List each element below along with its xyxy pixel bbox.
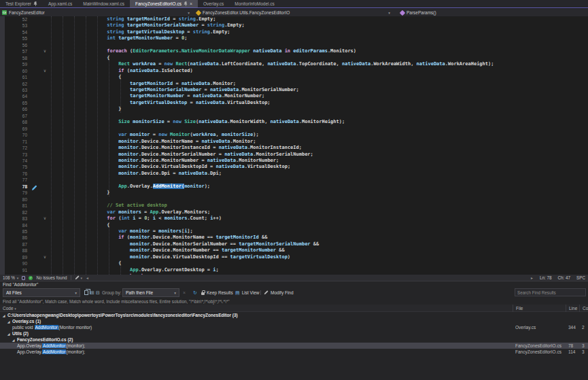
document-health-icon[interactable]: [22, 276, 25, 280]
code-line-52[interactable]: 52 string targetMonitorId = string.Empty…: [0, 16, 588, 22]
result-match-row[interactable]: App.Overlay.AddMonitor(monitor);FancyZon…: [0, 349, 588, 355]
code-line-60[interactable]: 60∨ if (nativeData.IsSelected): [0, 68, 588, 74]
code-line-84[interactable]: 84 {: [0, 222, 588, 228]
fold-margin: [40, 228, 50, 235]
code-line-64[interactable]: 64 targetMonitorNumber = nativeData.Moni…: [0, 93, 588, 99]
code-line-65[interactable]: 65 targetVirtualDesktop = nativeData.Vir…: [0, 100, 588, 106]
search-find-results-input[interactable]: [515, 288, 586, 296]
code-cleanup-button[interactable]: ▾: [75, 275, 83, 280]
code-line-86[interactable]: 86 if (monitor.Device.MonitorName == tar…: [0, 235, 588, 241]
code-line-73[interactable]: 73 monitor.Device.MonitorSerialNumber = …: [0, 152, 588, 158]
code-line-72[interactable]: 72 monitor.Device.MonitorInstanceId = na…: [0, 145, 588, 151]
result-match-row[interactable]: public void AddMonitor(Monitor monitor)O…: [0, 324, 588, 330]
icon-margin: [29, 203, 40, 209]
fold-collapse-icon[interactable]: ∨: [40, 254, 50, 260]
expander-icon[interactable]: ◢: [3, 313, 7, 318]
pin-icon[interactable]: [33, 1, 37, 6]
tab-test-explorer[interactable]: Test Explorer: [0, 0, 43, 7]
tab-monitorinfomodel-cs[interactable]: MonitorInfoModel.cs: [229, 0, 280, 7]
type-dropdown[interactable]: FancyZonesEditor.Utils.FancyZonesEditorI…: [193, 9, 393, 16]
member-dropdown[interactable]: ParseParams(): [394, 9, 588, 16]
zoom-selector[interactable]: 108 % ▾: [3, 275, 18, 280]
code-line-89[interactable]: 89∨ monitor.Device.VirtualDesktopId == t…: [0, 254, 588, 260]
expander-icon[interactable]: ◢: [7, 331, 12, 336]
fold-collapse-icon[interactable]: ∨: [40, 68, 50, 74]
expander-icon[interactable]: ◢: [12, 337, 17, 343]
result-group-row[interactable]: ◢Utils (2): [0, 330, 588, 336]
code-line-79[interactable]: 79 }: [0, 190, 588, 196]
code-line-67[interactable]: 67: [0, 113, 588, 119]
modify-find-button[interactable]: Modify Find: [264, 288, 294, 297]
project-dropdown[interactable]: C# FancyZonesEditor ▾: [0, 9, 192, 16]
group-by-dropdown[interactable]: Path then File ▾: [122, 288, 179, 297]
expander-icon[interactable]: ◢: [7, 319, 12, 324]
code-line-80[interactable]: 80: [0, 196, 588, 203]
result-group-row[interactable]: ◢C:\Users\zhaopengwang\Desktop\powertoys…: [0, 312, 588, 318]
tab-label: App.xaml.cs: [48, 1, 72, 6]
edit-pencil-icon[interactable]: [29, 184, 40, 190]
code-line-66[interactable]: 66 }: [0, 106, 588, 112]
code-line-85[interactable]: 85 var monitor = monitors[i];: [0, 228, 588, 235]
result-group-row[interactable]: ◢Overlay.cs (1): [0, 318, 588, 324]
tab-fancyzoneseditorio-cs[interactable]: FancyZonesEditorIO.cs×: [130, 0, 198, 7]
code-line-77[interactable]: 77: [0, 177, 588, 183]
code-line-87[interactable]: 87 monitor.Device.MonitorSerialNumber ==…: [0, 241, 588, 247]
icon-margin: [29, 222, 40, 228]
copy-results-button[interactable]: [84, 288, 90, 297]
code-line-62[interactable]: 62 targetMonitorId = nativeData.Monitor;: [0, 81, 588, 87]
column-header-file[interactable]: File: [513, 305, 566, 312]
code-line-63[interactable]: 63 targetMonitorSerialNumber = nativeDat…: [0, 87, 588, 93]
code-line-69[interactable]: 69: [0, 126, 588, 132]
code-line-68[interactable]: 68 Size monitorSize = new Size(nativeDat…: [0, 119, 588, 125]
code-line-53[interactable]: 53 string targetMonitorSerialNumber = st…: [0, 22, 588, 29]
result-match-row[interactable]: App.Overlay.AddMonitor(monitor);FancyZon…: [0, 343, 588, 349]
column-header-code[interactable]: Code ▾: [0, 305, 20, 312]
code-line-59[interactable]: 59 Rect workArea = new Rect(nativeData.L…: [0, 61, 588, 67]
code-line-82[interactable]: 82 var monitors = App.Overlay.Monitors;: [0, 209, 588, 215]
stop-search-button[interactable]: ×: [183, 288, 186, 297]
code-line-75[interactable]: 75 monitor.Device.VirtualDesktopId = nat…: [0, 164, 588, 170]
code-line-78[interactable]: 78 App.Overlay.AddMonitor(monitor);: [0, 184, 588, 190]
scope-value: All Files: [6, 290, 22, 295]
code-line-71[interactable]: 71 monitor.Device.MonitorName = nativeDa…: [0, 139, 588, 145]
scroll-right-arrow[interactable]: ►: [530, 276, 534, 280]
code-line-74[interactable]: 74 monitor.Device.MonitorNumber = native…: [0, 158, 588, 164]
list-view-toggle[interactable]: ▤ List View: [235, 288, 260, 297]
scroll-left-arrow[interactable]: ◄: [86, 276, 89, 280]
code-line-61[interactable]: 61 {: [0, 74, 588, 80]
code-editor[interactable]: 52 string targetMonitorId = string.Empty…: [0, 16, 588, 275]
code-line-76[interactable]: 76 monitor.Device.Dpi = nativeData.Dpi;: [0, 171, 588, 177]
tab-app-xaml-cs[interactable]: App.xaml.cs: [43, 0, 77, 7]
code-line-83[interactable]: 83∨ for (int i = 0; i < monitors.Count; …: [0, 215, 588, 222]
code-line-90[interactable]: 90 {: [0, 260, 588, 266]
collapse-all-button[interactable]: ⊟: [96, 288, 100, 297]
code-line-58[interactable]: 58 {: [0, 55, 588, 61]
fold-collapse-icon[interactable]: ∨: [40, 48, 50, 54]
tab-mainwindow-xaml-cs[interactable]: MainWindow.xaml.cs: [77, 0, 130, 7]
fold-margin: [40, 267, 50, 273]
pin-icon[interactable]: [184, 1, 188, 6]
tab-overlay-cs[interactable]: Overlay.cs: [198, 0, 229, 7]
fold-collapse-icon[interactable]: ∨: [40, 215, 50, 222]
code-text: string targetMonitorSerialNumber = strin…: [50, 22, 245, 29]
column-header-line[interactable]: Line: [566, 305, 579, 312]
column-header-column[interactable]: Column: [579, 305, 588, 312]
repeat-search-button[interactable]: ↻: [193, 288, 197, 297]
code-text: int targetMonitorNumber = 0;: [50, 35, 187, 41]
code-line-55[interactable]: 55 int targetMonitorNumber = 0;: [0, 35, 588, 41]
expand-all-button[interactable]: ⊞: [90, 288, 94, 297]
code-line-81[interactable]: 81 // Set active desktop: [0, 203, 588, 209]
scope-dropdown[interactable]: All Files ▾: [3, 288, 80, 297]
code-line-88[interactable]: 88 monitor.Device.MonitorNumber == targe…: [0, 247, 588, 254]
close-icon[interactable]: ×: [190, 2, 192, 6]
result-code-cell: App.Overlay.AddMonitor(monitor);: [0, 343, 512, 349]
code-line-91[interactable]: 91 App.Overlay.CurrentDesktop = i;: [0, 267, 588, 273]
code-line-57[interactable]: 57∨ foreach (EditorParameters.NativeMoni…: [0, 48, 588, 54]
result-group-row[interactable]: ◢FancyZonesEditorIO.cs (2): [0, 336, 588, 343]
icon-margin: [29, 164, 40, 170]
issues-status[interactable]: No issues found: [36, 275, 67, 280]
keep-results-toggle[interactable]: Keep Results: [201, 288, 233, 297]
code-line-54[interactable]: 54 string targetVirtualDesktop = string.…: [0, 29, 588, 35]
code-line-70[interactable]: 70 var monitor = new Monitor(workArea, m…: [0, 132, 588, 138]
code-line-56[interactable]: 56: [0, 42, 588, 48]
